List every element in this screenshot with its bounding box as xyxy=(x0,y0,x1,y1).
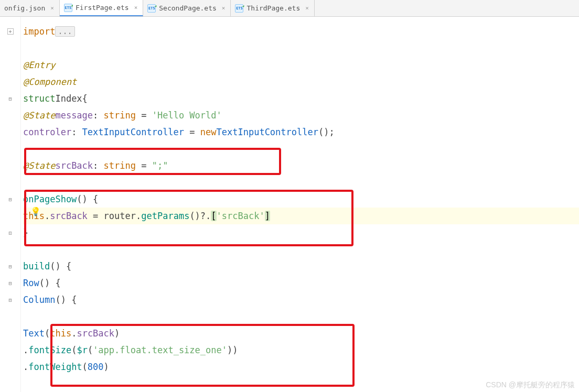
component: Text xyxy=(23,328,45,339)
method-call: getParams xyxy=(141,211,189,221)
type: TextInputController xyxy=(217,127,318,137)
fold-marker-icon[interactable]: ⊡ xyxy=(7,230,14,236)
keyword-struct: struct xyxy=(23,93,55,104)
code-editor[interactable]: + ⊟ ⊟ ⊡ ⊟ ⊟ ⊟ import ... @Entry @Compone… xyxy=(0,17,579,392)
decorator: @Entry xyxy=(23,60,55,70)
property: controler xyxy=(23,127,71,137)
ets-file-icon: ETS xyxy=(64,4,72,12)
code-area[interactable]: import ... @Entry @Component struct Inde… xyxy=(21,17,579,392)
editor-tabs: onfig.json × ETS FirstPage.ets × ETS Sec… xyxy=(0,0,579,17)
method-call: fontSize xyxy=(28,345,71,355)
method-name: onPageShow xyxy=(23,194,77,204)
decorator: @State xyxy=(23,160,55,171)
property: srcBack xyxy=(77,328,114,339)
fold-marker-icon[interactable]: + xyxy=(7,28,14,35)
component: Row xyxy=(23,278,39,288)
type: string xyxy=(104,110,136,121)
decorator: @Component xyxy=(23,77,77,87)
tab-label: onfig.json xyxy=(4,4,45,12)
close-icon[interactable]: × xyxy=(50,5,54,12)
identifier: router xyxy=(104,211,136,221)
number-literal: 800 xyxy=(88,362,104,372)
fold-marker-icon[interactable]: ⊟ xyxy=(7,196,14,202)
fold-marker-icon[interactable]: ⊟ xyxy=(7,263,14,269)
ets-file-icon: ETS xyxy=(235,4,243,13)
method-name: build xyxy=(23,261,50,271)
method-call: fontWeight xyxy=(28,362,82,372)
close-icon[interactable]: × xyxy=(222,5,226,12)
type: TextInputController xyxy=(82,127,184,137)
string-literal: 'Hello World' xyxy=(152,110,222,121)
tab-firstpage[interactable]: ETS FirstPage.ets × xyxy=(60,0,143,16)
property: srcBack xyxy=(55,160,93,171)
fold-marker-icon[interactable]: ⊟ xyxy=(7,280,14,286)
fold-marker-icon[interactable]: ⊟ xyxy=(7,297,14,303)
tab-secondpage[interactable]: ETS SecondPage.ets × xyxy=(143,0,231,16)
close-icon[interactable]: × xyxy=(305,5,309,12)
ets-file-icon: ETS xyxy=(147,4,156,13)
tab-label: FirstPage.ets xyxy=(76,4,129,12)
tab-thirdpage[interactable]: ETS ThirdPage.ets × xyxy=(231,0,314,16)
property: message xyxy=(55,110,93,121)
keyword-import: import xyxy=(23,26,55,37)
component: Column xyxy=(23,295,55,305)
string-literal: ";" xyxy=(152,160,168,171)
decorator: @State xyxy=(23,110,55,121)
watermark: CSDN @摩托艇旁的程序猿 xyxy=(486,380,575,390)
tab-label: SecondPage.ets xyxy=(159,4,217,12)
close-icon[interactable]: × xyxy=(134,4,138,11)
tab-config[interactable]: onfig.json × xyxy=(0,0,60,16)
gutter: + ⊟ ⊟ ⊡ ⊟ ⊟ ⊟ xyxy=(0,17,21,392)
lightbulb-icon[interactable]: 💡 xyxy=(30,206,41,216)
tab-label: ThirdPage.ets xyxy=(246,4,300,12)
fold-marker-icon[interactable]: ⊟ xyxy=(7,95,14,102)
type: string xyxy=(104,160,136,171)
string-literal: 'app.float.text_size_one' xyxy=(93,345,227,355)
property: srcBack xyxy=(50,211,88,221)
struct-name: Index xyxy=(55,93,82,104)
fn-call: $r xyxy=(77,345,87,355)
keyword-new: new xyxy=(200,127,217,137)
keyword-this: this xyxy=(50,328,71,339)
fold-placeholder[interactable]: ... xyxy=(55,26,74,37)
string-literal: 'srcBack' xyxy=(217,211,265,221)
